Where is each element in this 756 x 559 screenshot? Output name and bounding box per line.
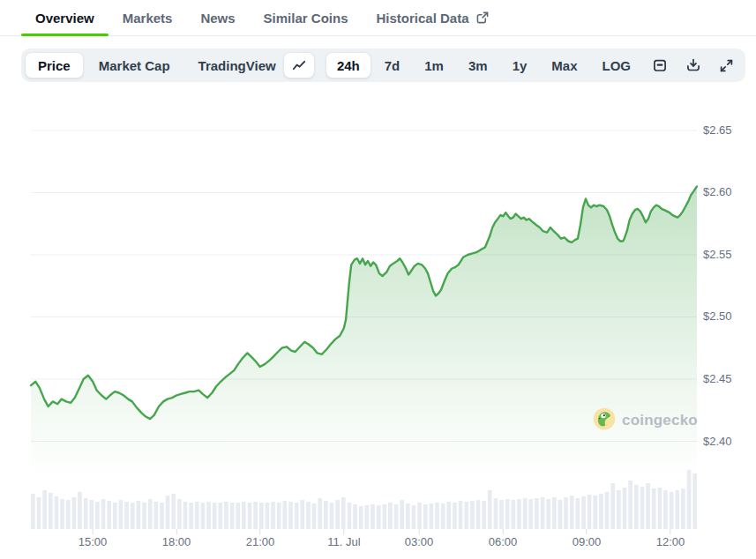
volume-bar [382, 504, 386, 529]
volume-bar [253, 502, 258, 529]
volume-bar [318, 498, 322, 529]
volume-bar [593, 496, 597, 529]
volume-bar [488, 490, 492, 529]
volume-bar [517, 499, 521, 529]
volume-bar [295, 503, 299, 529]
volume-bar [552, 497, 557, 529]
volume-bar [541, 497, 545, 529]
volume-bar [42, 490, 47, 529]
volume-bar [681, 488, 685, 529]
volume-bar [219, 503, 223, 529]
volume-bar [663, 490, 668, 529]
x-axis-label: 15:00 [79, 535, 108, 548]
volume-bar [324, 501, 328, 529]
volume-bar [300, 500, 304, 529]
volume-bar [581, 496, 586, 529]
volume-bar [617, 490, 621, 529]
volume-bar [148, 499, 153, 529]
volume-bar [365, 505, 370, 529]
volume-bar [248, 503, 252, 529]
volume-bar [628, 481, 632, 529]
volume-bar [453, 503, 457, 529]
volume-bar [588, 495, 592, 529]
volume-bar [353, 504, 357, 529]
volume-bar [406, 503, 410, 529]
volume-bar [605, 492, 610, 529]
volume-bar [371, 504, 375, 529]
y-axis-label: $2.65 [703, 123, 732, 137]
volume-bar [435, 503, 439, 529]
volume-bar [137, 501, 141, 529]
volume-bar [576, 498, 580, 529]
volume-bar [610, 483, 615, 529]
volume-bar [189, 503, 193, 529]
volume-bar [652, 488, 656, 529]
volume-bar [646, 483, 650, 529]
volume-bar [37, 497, 41, 529]
volume-bar [230, 503, 235, 529]
volume-bar [535, 498, 539, 529]
volume-bar [277, 503, 281, 529]
volume-bar [306, 502, 311, 529]
volume-bar [470, 501, 475, 529]
price-volume-chart [0, 0, 756, 559]
volume-bar [423, 504, 428, 529]
x-axis-label: 11. Jul [327, 535, 360, 548]
volume-bar [634, 485, 639, 529]
volume-bar [113, 503, 117, 529]
volume-bar [224, 502, 228, 529]
volume-bar [283, 501, 288, 529]
volume-bar [335, 500, 340, 529]
volume-bar [259, 503, 264, 529]
y-axis-label: $2.60 [703, 185, 732, 198]
volume-bar [348, 503, 352, 529]
volume-bar [528, 499, 533, 529]
volume-bar [564, 497, 568, 529]
volume-bar [558, 500, 563, 529]
volume-bar [359, 506, 363, 529]
volume-bar [523, 498, 528, 529]
volume-bar [412, 505, 416, 529]
volume-bar [236, 503, 240, 529]
volume-bar [623, 488, 627, 529]
x-axis-label: 03:00 [405, 535, 434, 548]
volume-bar [101, 499, 106, 529]
volume-bar [119, 500, 124, 529]
price-area-fill [31, 186, 697, 529]
volume-bar [394, 504, 399, 529]
volume-bar [505, 499, 510, 529]
volume-bar [687, 470, 692, 529]
volume-bar [242, 502, 246, 529]
volume-bar [670, 492, 674, 529]
volume-bar [570, 496, 574, 529]
volume-bar [142, 503, 146, 529]
volume-bar [195, 502, 199, 529]
x-axis-label: 06:00 [489, 535, 518, 548]
volume-bar [131, 503, 135, 529]
volume-bar [183, 502, 188, 529]
volume-bar [89, 500, 94, 529]
volume-bar [417, 503, 422, 529]
volume-bar [658, 488, 662, 529]
y-axis-label: $2.50 [703, 309, 732, 323]
y-axis-label: $2.45 [703, 372, 732, 385]
price-line [31, 186, 697, 419]
volume-bar [377, 505, 381, 529]
chart-area[interactable]: $2.65$2.60$2.55$2.50$2.45$2.40 15:0018:0… [0, 0, 756, 559]
volume-bar [476, 500, 481, 529]
x-axis-label: 18:00 [162, 535, 191, 548]
volume-bar [72, 497, 77, 529]
volume-bar [266, 503, 270, 529]
volume-bar [446, 502, 451, 529]
volume-bar [177, 499, 182, 529]
volume-bar [640, 487, 645, 529]
x-axis-label: 21:00 [246, 535, 275, 548]
volume-bar [95, 502, 100, 529]
volume-bar [499, 500, 504, 529]
volume-bar [441, 503, 445, 529]
y-axis-label: $2.55 [703, 248, 732, 261]
volume-bar [171, 494, 176, 529]
volume-bar [341, 497, 346, 529]
volume-bar [166, 496, 170, 529]
volume-bar [66, 500, 71, 529]
